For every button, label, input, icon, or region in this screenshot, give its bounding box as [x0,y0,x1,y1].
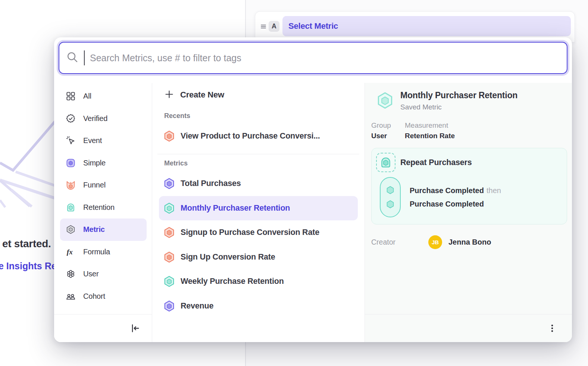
step-hexagon-icon [386,200,395,209]
purple-hexagon-icon [163,300,175,312]
purple-hexagon-icon [163,177,175,190]
metric-list-item[interactable]: Revenue [159,294,358,319]
sidebar-item-simple[interactable]: Simple [60,152,147,174]
metric-list-item[interactable]: Total Purchases [159,171,358,196]
select-metric-field[interactable]: Select Metric [282,16,571,36]
sidebar-item-label: User [83,270,98,278]
metric-preview-panel: Monthly Purchaser Retention Saved Metric… [365,83,572,342]
sidebar-item-label: Simple [83,159,106,167]
definition-body: Purchase CompletedthenPurchase Completed [376,177,561,217]
metric-list-item[interactable]: Weekly Purchase Retention [159,269,358,294]
search-icon [66,51,79,65]
sidebar-item-event[interactable]: Event [60,130,147,152]
sidebar-item-funnel[interactable]: Funnel [60,174,147,196]
metric-label: Monthly Purchaser Retention [181,204,290,213]
sidebar-item-label: Cohort [83,292,105,301]
creator-avatar[interactable]: JB [428,235,442,249]
simple-square-icon [66,158,76,168]
insights-report-link[interactable]: e Insights Re [0,261,57,272]
search-area [54,37,572,74]
metric-label: Revenue [181,301,213,311]
search-input[interactable] [90,53,560,63]
sidebar-item-retention[interactable]: Retention [60,196,147,219]
metric-list-item[interactable]: Monthly Purchaser Retention [159,196,358,221]
create-new-label: Create New [180,90,224,100]
orange-hexagon-icon [163,226,175,239]
query-letter-badge: A [269,21,279,32]
sidebar-item-user[interactable]: User [60,263,147,285]
metric-label: Weekly Purchase Retention [181,277,284,286]
screen: et started. e Insights Re A Select Metri… [0,0,588,366]
drag-handle-icon[interactable] [260,16,267,36]
step-event-name: Purchase Completed [410,200,484,208]
measurement-value: Retention Rate [405,132,455,140]
definition-step: Purchase Completedthen [410,186,501,195]
user-cluster-icon [66,269,76,279]
svg-text:fx: fx [67,248,73,255]
metric-list-item[interactable]: View Product to Purchase Conversi... [159,124,358,149]
preview-subtitle: Saved Metric [400,103,517,111]
grid-icon [66,91,76,101]
metric-picker-modal: AllVerifiedEventSimpleFunnelRetentionMet… [54,37,572,342]
sidebar-item-cohort[interactable]: Cohort [60,285,147,308]
collapse-left-icon [130,323,140,334]
retention-steps-capsule [380,177,401,217]
orange-hexagon-icon [163,251,175,263]
sidebar-item-label: Verified [83,114,107,123]
select-metric-label: Select Metric [288,21,338,31]
sidebar-item-label: Event [83,136,102,145]
definition-name: Repeat Purchasers [400,158,472,167]
section-title: Metrics [159,159,358,171]
measurement-label: Measurement [405,121,455,130]
metric-label: Sign Up Conversion Rate [181,252,275,262]
metric-label: Total Purchases [181,179,241,188]
step-connector: then [487,186,501,195]
definition-step: Purchase Completed [410,200,501,208]
sidebar-item-label: Formula [83,248,110,256]
creator-row: Creator JB Jenna Bono [371,235,567,249]
search-box[interactable] [59,42,567,74]
retention-arch-icon [66,202,76,213]
teal-hexagon-icon [163,275,175,288]
metric-list-column: Create New Recents View Product to Purch… [152,83,365,342]
sidebar-item-verified[interactable]: Verified [60,108,147,130]
teal-hexagon-icon [163,202,175,214]
kebab-menu-icon [547,323,557,333]
group-label: Group [371,121,405,130]
plus-icon [164,89,174,101]
preview-footer [365,314,572,342]
section-divider [157,154,359,155]
sidebar-item-label: Metric [83,225,105,234]
sidebar-item-metric[interactable]: Metric [60,218,147,241]
collapse-sidebar-button[interactable] [128,321,142,335]
step-hexagon-icon [386,186,395,195]
preview-meta: Group User Measurement Retention Rate [371,121,567,140]
metric-list-item[interactable]: Signup to Purchase Conversion Rate [159,220,358,245]
definition-header: Repeat Purchasers [376,153,561,172]
metric-label: Signup to Purchase Conversion Rate [181,228,319,237]
cohort-people-icon [66,291,76,301]
verified-seal-icon [66,114,76,124]
metric-label: View Product to Purchase Conversi... [181,131,320,141]
sidebar-item-all[interactable]: All [60,85,147,108]
preview-header: Monthly Purchaser Retention Saved Metric [371,90,567,111]
create-new-button[interactable]: Create New [159,83,358,107]
creator-label: Creator [371,238,428,246]
teal-hexagon-metric-icon [376,91,394,110]
event-cursor-icon [66,136,76,146]
get-started-text: et started. [2,238,51,250]
metric-hexagon-icon [66,224,76,235]
section-title: Recents [159,112,358,124]
category-sidebar: AllVerifiedEventSimpleFunnelRetentionMet… [54,83,152,342]
preview-title: Monthly Purchaser Retention [400,90,517,100]
text-caret [84,50,85,65]
sidebar-footer [54,314,152,342]
sidebar-item-label: Retention [83,203,115,212]
metric-list-item[interactable]: Sign Up Conversion Rate [159,245,358,270]
metric-definition-card: Repeat Purchasers Purchase Completedthen… [371,148,567,224]
step-event-name: Purchase Completed [410,186,484,195]
sidebar-item-formula[interactable]: fxFormula [60,241,147,263]
group-value: User [371,132,405,140]
more-options-button[interactable] [545,321,559,335]
sidebar-item-label: Funnel [83,181,106,189]
